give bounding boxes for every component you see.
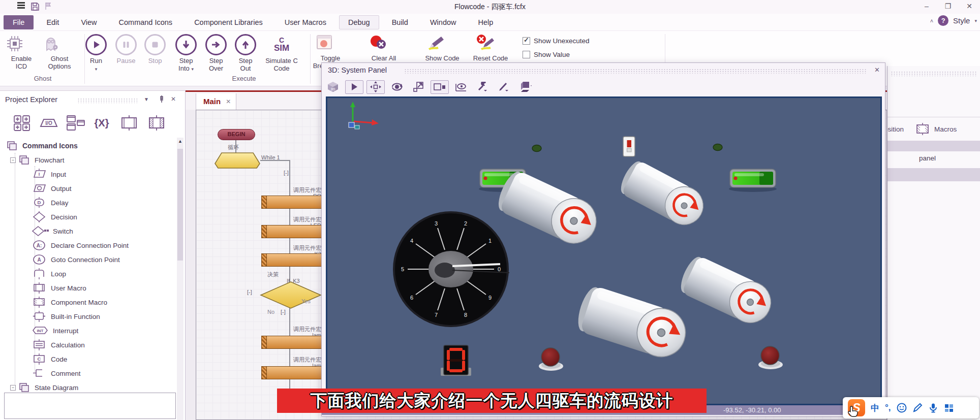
enable-icd-button[interactable]: Enable ICD [5, 34, 38, 70]
menu-window[interactable]: Window [421, 15, 466, 29]
paint-brush-button[interactable] [495, 80, 513, 94]
component-button[interactable] [118, 114, 140, 132]
tree-item-interrupt[interactable]: INT Interrupt [0, 324, 177, 338]
select-tool-button[interactable] [345, 80, 363, 94]
pause-button[interactable]: Pause [113, 34, 139, 64]
motor-2[interactable] [617, 158, 710, 232]
emoji-icon[interactable] [897, 403, 907, 413]
restore-button[interactable]: ❐ [937, 0, 959, 13]
collapse-expander-icon[interactable]: − [10, 157, 16, 163]
simulate-c-code-button[interactable]: C SIM Simulate C Code [262, 34, 301, 72]
flowchart-component-macro[interactable] [261, 253, 327, 267]
stop-button[interactable]: Stop [143, 34, 167, 64]
step-into-button[interactable]: Step Into ▾ [173, 34, 199, 73]
collapse-indicator[interactable]: [-] [284, 170, 289, 176]
menu-command-icons[interactable]: Command Icons [110, 15, 182, 29]
step-out-button[interactable]: Step Out [233, 34, 258, 72]
ghost-options-button[interactable]: Ghost Options [41, 34, 78, 70]
keyboard-layout-icon[interactable] [944, 403, 954, 413]
scale-tool-button[interactable] [409, 80, 427, 94]
tree-item-switch[interactable]: Switch [0, 224, 177, 238]
seven-segment-display[interactable] [441, 345, 471, 376]
show-checkbox-1[interactable]: Show Value [523, 51, 570, 58]
3d-view-icon[interactable]: 3D [324, 80, 342, 94]
region-tool-button[interactable] [431, 80, 449, 94]
clear-all-button[interactable] [369, 34, 399, 51]
green-mount[interactable] [532, 145, 541, 152]
macros-label[interactable]: Macros [934, 125, 957, 133]
push-button-right[interactable] [758, 346, 783, 369]
led-bar-right[interactable] [729, 169, 777, 192]
menu-debug[interactable]: Debug [339, 15, 379, 29]
close-button[interactable]: ✕ [959, 0, 980, 13]
macros-windows-button[interactable] [65, 114, 86, 132]
switch-component[interactable] [623, 137, 635, 156]
tree-item-decision[interactable]: Decision [0, 210, 177, 224]
flowchart-component-macro[interactable] [261, 336, 327, 349]
microphone-icon[interactable] [928, 403, 938, 413]
pin-icon[interactable] [158, 95, 165, 103]
tree-item-code[interactable]: C Code [0, 352, 177, 366]
scroll-up-icon[interactable]: ▲ [177, 139, 183, 144]
menu-view[interactable]: View [72, 15, 106, 29]
io-button[interactable]: I/O [38, 114, 60, 132]
minimize-button[interactable]: – [916, 0, 937, 13]
green-mount[interactable] [713, 144, 722, 151]
tree-item-calculation[interactable]: Calculation [0, 338, 177, 352]
dock-row[interactable] [887, 168, 980, 181]
view-eye-button[interactable] [452, 80, 470, 94]
punctuation-icon[interactable]: °, [885, 403, 891, 413]
flowchart-decision[interactable] [260, 281, 322, 309]
style-button[interactable]: Style [953, 16, 970, 25]
menu-component-libraries[interactable]: Component Libraries [185, 15, 272, 29]
panel-dropdown-icon[interactable]: ▼ [144, 96, 149, 102]
add-command-icons-button[interactable] [12, 114, 33, 132]
run-button[interactable]: Run▾ [83, 34, 109, 73]
collapse-expander-icon[interactable]: − [10, 385, 16, 391]
tree-item-user-macro[interactable]: User Macro [0, 281, 177, 295]
3d-panel-close-icon[interactable]: ✕ [874, 66, 880, 74]
flowchart-begin[interactable]: BEGIN [218, 129, 255, 140]
flowchart-loop-start[interactable] [215, 152, 260, 169]
tree-root-command-icons[interactable]: Command Icons [0, 139, 177, 153]
menu-user-macros[interactable]: User Macros [275, 15, 335, 29]
tree-item-loop[interactable]: Loop [0, 267, 177, 281]
tree-item-component-macro[interactable]: Component Macro [0, 295, 177, 309]
position-label[interactable]: Position [887, 125, 911, 133]
tree-item-declare-connection-point[interactable]: A: Declare Connection Point [0, 238, 177, 252]
scrollbar-thumb[interactable] [177, 149, 183, 261]
component-macro-button[interactable] [145, 114, 168, 132]
tree-item-goto-connection-point[interactable]: A Goto Connection Point [0, 252, 177, 267]
flowchart-component-macro[interactable] [261, 366, 327, 379]
flowchart-component-macro[interactable] [261, 196, 327, 209]
variables-button[interactable]: {X} [90, 114, 113, 132]
rotate-tool-button[interactable] [388, 80, 406, 94]
toggle-breakpoint-button[interactable] [315, 34, 346, 51]
drag-handle[interactable] [77, 98, 137, 103]
panel-close-icon[interactable]: ✕ [171, 95, 176, 103]
dock-row-value[interactable]: panel [919, 154, 936, 162]
tree-item-built-in-function[interactable]: Built-in Function [0, 309, 177, 324]
collapse-indicator[interactable]: [-] [281, 309, 286, 315]
3d-viewport[interactable]: 0 1 2 3 4 5 6 7 8 9 [326, 96, 882, 405]
help-icon[interactable]: ? [938, 15, 948, 26]
motor-4[interactable] [573, 283, 692, 363]
collapse-ribbon-icon[interactable]: ˄ [930, 18, 933, 24]
checkbox-icon[interactable] [523, 37, 530, 45]
show-code-button[interactable] [427, 34, 457, 51]
tools-wrench-button[interactable] [473, 80, 492, 94]
motor-1[interactable] [494, 168, 604, 250]
lang-toggle-icon[interactable]: 中 [871, 402, 879, 414]
component-macro-icon[interactable] [915, 123, 930, 135]
reset-code-button[interactable] [475, 34, 506, 51]
show-checkbox-0[interactable]: Show Unexecuted [523, 37, 590, 45]
motor-3[interactable] [676, 253, 777, 329]
move-tool-button[interactable] [366, 80, 385, 94]
step-over-button[interactable]: Step Over [203, 34, 229, 72]
dock-row[interactable] [887, 141, 980, 151]
checkbox-icon[interactable] [523, 51, 530, 58]
drag-handle[interactable] [891, 71, 977, 76]
tree-item-output[interactable]: Output [0, 181, 177, 196]
menu-edit[interactable]: Edit [37, 15, 68, 29]
menu-file[interactable]: File [4, 15, 34, 29]
